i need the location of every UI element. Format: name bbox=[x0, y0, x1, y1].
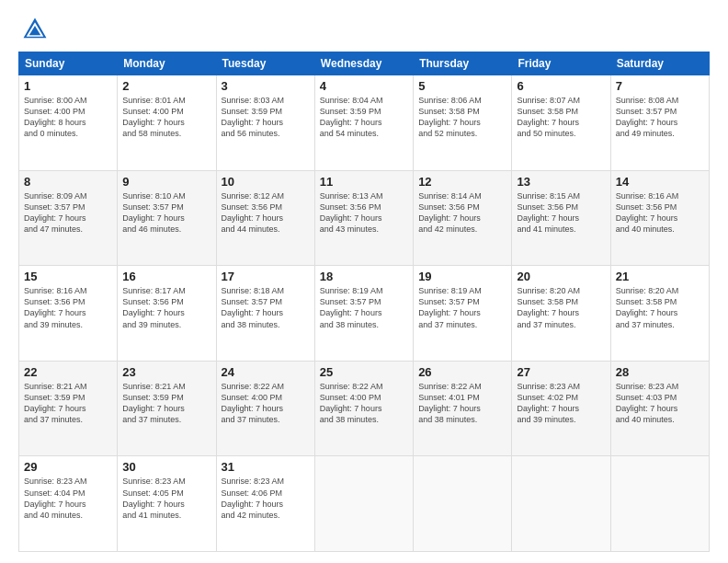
calendar-header-wednesday: Wednesday bbox=[314, 52, 413, 75]
calendar-cell: 31Sunrise: 8:23 AMSunset: 4:06 PMDayligh… bbox=[216, 456, 314, 552]
logo bbox=[18, 17, 48, 42]
calendar-header-row: SundayMondayTuesdayWednesdayThursdayFrid… bbox=[19, 52, 710, 75]
calendar-cell: 24Sunrise: 8:22 AMSunset: 4:00 PMDayligh… bbox=[216, 361, 314, 456]
day-number: 16 bbox=[122, 270, 210, 283]
day-info: Sunrise: 8:22 AMSunset: 4:00 PMDaylight:… bbox=[222, 381, 310, 426]
day-info: Sunrise: 8:22 AMSunset: 4:00 PMDaylight:… bbox=[320, 381, 408, 426]
day-info: Sunrise: 8:03 AMSunset: 3:59 PMDaylight:… bbox=[222, 95, 310, 140]
day-info: Sunrise: 8:17 AMSunset: 3:56 PMDaylight:… bbox=[122, 285, 210, 330]
day-info: Sunrise: 8:07 AMSunset: 3:58 PMDaylight:… bbox=[517, 95, 605, 140]
calendar-cell: 16Sunrise: 8:17 AMSunset: 3:56 PMDayligh… bbox=[118, 266, 216, 362]
day-info: Sunrise: 8:15 AMSunset: 3:56 PMDaylight:… bbox=[517, 190, 605, 236]
calendar-cell: 11Sunrise: 8:13 AMSunset: 3:56 PMDayligh… bbox=[314, 170, 413, 266]
day-number: 5 bbox=[418, 79, 506, 93]
calendar-week-4: 22Sunrise: 8:21 AMSunset: 3:59 PMDayligh… bbox=[19, 361, 710, 456]
calendar-cell: 19Sunrise: 8:19 AMSunset: 3:57 PMDayligh… bbox=[414, 266, 512, 362]
calendar-cell: 27Sunrise: 8:23 AMSunset: 4:02 PMDayligh… bbox=[512, 361, 610, 456]
calendar-cell: 13Sunrise: 8:15 AMSunset: 3:56 PMDayligh… bbox=[512, 170, 610, 266]
calendar-cell: 26Sunrise: 8:22 AMSunset: 4:01 PMDayligh… bbox=[414, 361, 512, 456]
calendar-cell: 23Sunrise: 8:21 AMSunset: 3:59 PMDayligh… bbox=[118, 361, 216, 456]
day-info: Sunrise: 8:19 AMSunset: 3:57 PMDaylight:… bbox=[320, 285, 408, 330]
calendar-cell: 30Sunrise: 8:23 AMSunset: 4:05 PMDayligh… bbox=[118, 456, 216, 552]
day-number: 21 bbox=[616, 270, 704, 283]
day-info: Sunrise: 8:23 AMSunset: 4:06 PMDaylight:… bbox=[222, 476, 310, 521]
day-info: Sunrise: 8:20 AMSunset: 3:58 PMDaylight:… bbox=[517, 285, 605, 330]
calendar-cell: 4Sunrise: 8:04 AMSunset: 3:59 PMDaylight… bbox=[314, 75, 413, 171]
day-number: 13 bbox=[517, 175, 605, 189]
calendar-cell: 10Sunrise: 8:12 AMSunset: 3:56 PMDayligh… bbox=[216, 170, 314, 266]
day-number: 26 bbox=[418, 365, 506, 379]
day-info: Sunrise: 8:19 AMSunset: 3:57 PMDaylight:… bbox=[418, 285, 506, 330]
day-number: 19 bbox=[418, 270, 506, 283]
calendar-header-sunday: Sunday bbox=[19, 52, 118, 75]
day-number: 23 bbox=[122, 365, 210, 379]
day-info: Sunrise: 8:23 AMSunset: 4:05 PMDaylight:… bbox=[122, 476, 210, 521]
day-number: 17 bbox=[222, 270, 310, 283]
day-number: 22 bbox=[24, 365, 112, 379]
day-info: Sunrise: 8:13 AMSunset: 3:56 PMDaylight:… bbox=[320, 190, 408, 236]
calendar-cell: 8Sunrise: 8:09 AMSunset: 3:57 PMDaylight… bbox=[19, 170, 118, 266]
calendar-week-3: 15Sunrise: 8:16 AMSunset: 3:56 PMDayligh… bbox=[19, 266, 710, 362]
calendar-cell: 28Sunrise: 8:23 AMSunset: 4:03 PMDayligh… bbox=[610, 361, 709, 456]
calendar-cell: 20Sunrise: 8:20 AMSunset: 3:58 PMDayligh… bbox=[512, 266, 610, 362]
calendar-cell: 12Sunrise: 8:14 AMSunset: 3:56 PMDayligh… bbox=[414, 170, 512, 266]
day-info: Sunrise: 8:23 AMSunset: 4:04 PMDaylight:… bbox=[24, 476, 112, 521]
page: SundayMondayTuesdayWednesdayThursdayFrid… bbox=[0, 0, 728, 563]
day-number: 2 bbox=[122, 79, 210, 93]
day-info: Sunrise: 8:00 AMSunset: 4:00 PMDaylight:… bbox=[24, 95, 112, 140]
calendar-body: 1Sunrise: 8:00 AMSunset: 4:00 PMDaylight… bbox=[19, 75, 710, 552]
calendar-week-1: 1Sunrise: 8:00 AMSunset: 4:00 PMDaylight… bbox=[19, 75, 710, 171]
day-number: 25 bbox=[320, 365, 408, 379]
calendar-cell: 6Sunrise: 8:07 AMSunset: 3:58 PMDaylight… bbox=[512, 75, 610, 171]
day-number: 31 bbox=[222, 460, 310, 474]
calendar-header-friday: Friday bbox=[512, 52, 610, 75]
day-number: 28 bbox=[616, 365, 704, 379]
calendar-cell: 18Sunrise: 8:19 AMSunset: 3:57 PMDayligh… bbox=[314, 266, 413, 362]
calendar-cell bbox=[512, 456, 610, 552]
day-number: 3 bbox=[222, 79, 310, 93]
day-number: 8 bbox=[24, 175, 112, 189]
day-number: 15 bbox=[24, 270, 112, 283]
day-number: 11 bbox=[320, 175, 408, 189]
day-number: 6 bbox=[517, 79, 605, 93]
day-info: Sunrise: 8:16 AMSunset: 3:56 PMDaylight:… bbox=[616, 190, 704, 236]
calendar-cell: 1Sunrise: 8:00 AMSunset: 4:00 PMDaylight… bbox=[19, 75, 118, 171]
day-info: Sunrise: 8:18 AMSunset: 3:57 PMDaylight:… bbox=[222, 285, 310, 330]
day-info: Sunrise: 8:12 AMSunset: 3:56 PMDaylight:… bbox=[222, 190, 310, 236]
day-info: Sunrise: 8:21 AMSunset: 3:59 PMDaylight:… bbox=[24, 381, 112, 426]
day-info: Sunrise: 8:06 AMSunset: 3:58 PMDaylight:… bbox=[418, 95, 506, 140]
calendar-cell: 21Sunrise: 8:20 AMSunset: 3:58 PMDayligh… bbox=[610, 266, 709, 362]
day-number: 30 bbox=[122, 460, 210, 474]
day-info: Sunrise: 8:21 AMSunset: 3:59 PMDaylight:… bbox=[122, 381, 210, 426]
day-number: 12 bbox=[418, 175, 506, 189]
calendar-cell: 17Sunrise: 8:18 AMSunset: 3:57 PMDayligh… bbox=[216, 266, 314, 362]
day-number: 18 bbox=[320, 270, 408, 283]
calendar-cell: 29Sunrise: 8:23 AMSunset: 4:04 PMDayligh… bbox=[19, 456, 118, 552]
calendar-cell: 14Sunrise: 8:16 AMSunset: 3:56 PMDayligh… bbox=[610, 170, 709, 266]
calendar-table: SundayMondayTuesdayWednesdayThursdayFrid… bbox=[18, 52, 710, 552]
calendar-cell: 15Sunrise: 8:16 AMSunset: 3:56 PMDayligh… bbox=[19, 266, 118, 362]
day-info: Sunrise: 8:22 AMSunset: 4:01 PMDaylight:… bbox=[418, 381, 506, 426]
calendar-week-2: 8Sunrise: 8:09 AMSunset: 3:57 PMDaylight… bbox=[19, 170, 710, 266]
calendar-cell bbox=[610, 456, 709, 552]
calendar-week-5: 29Sunrise: 8:23 AMSunset: 4:04 PMDayligh… bbox=[19, 456, 710, 552]
calendar-cell: 2Sunrise: 8:01 AMSunset: 4:00 PMDaylight… bbox=[118, 75, 216, 171]
day-info: Sunrise: 8:04 AMSunset: 3:59 PMDaylight:… bbox=[320, 95, 408, 140]
day-info: Sunrise: 8:16 AMSunset: 3:56 PMDaylight:… bbox=[24, 285, 112, 330]
calendar-cell: 3Sunrise: 8:03 AMSunset: 3:59 PMDaylight… bbox=[216, 75, 314, 171]
day-info: Sunrise: 8:08 AMSunset: 3:57 PMDaylight:… bbox=[616, 95, 704, 140]
day-number: 9 bbox=[122, 175, 210, 189]
day-number: 14 bbox=[616, 175, 704, 189]
day-info: Sunrise: 8:23 AMSunset: 4:03 PMDaylight:… bbox=[616, 381, 704, 426]
calendar-header-tuesday: Tuesday bbox=[216, 52, 314, 75]
calendar-cell bbox=[414, 456, 512, 552]
header bbox=[18, 17, 710, 42]
day-number: 20 bbox=[517, 270, 605, 283]
calendar-header-monday: Monday bbox=[118, 52, 216, 75]
day-number: 24 bbox=[222, 365, 310, 379]
calendar-cell: 22Sunrise: 8:21 AMSunset: 3:59 PMDayligh… bbox=[19, 361, 118, 456]
day-number: 29 bbox=[24, 460, 112, 474]
day-number: 1 bbox=[24, 79, 112, 93]
day-info: Sunrise: 8:10 AMSunset: 3:57 PMDaylight:… bbox=[122, 190, 210, 236]
calendar-cell: 7Sunrise: 8:08 AMSunset: 3:57 PMDaylight… bbox=[610, 75, 709, 171]
